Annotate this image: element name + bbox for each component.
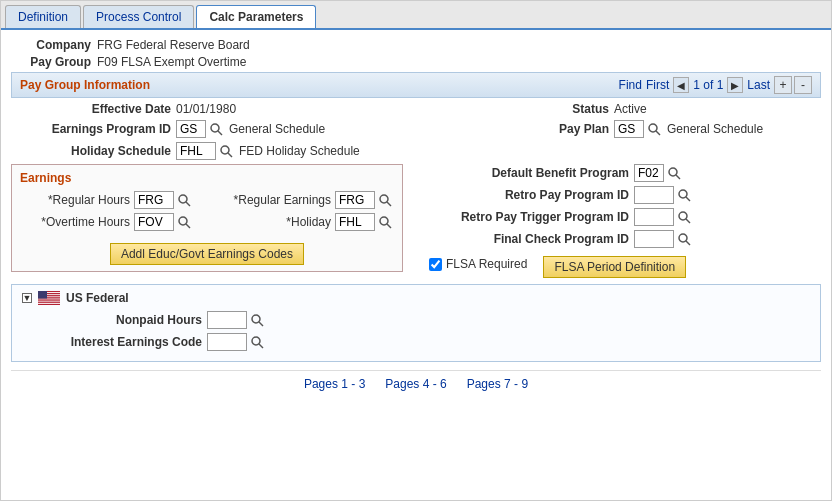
pay-plan-input[interactable] [614,120,644,138]
effective-date-row: Effective Date 01/01/1980 [11,102,403,116]
flsa-required-row: FLSA Required [429,257,527,271]
svg-point-0 [211,124,219,132]
final-check-label: Final Check Program ID [429,232,629,246]
default-benefit-row: Default Benefit Program [429,164,821,182]
retro-trigger-search-icon[interactable] [676,209,692,225]
tab-calc-parameters[interactable]: Calc Parameters [196,5,316,28]
holiday-schedule-desc: FED Holiday Schedule [239,144,360,158]
svg-point-12 [649,124,657,132]
earnings-title: Earnings [20,171,394,185]
svg-point-10 [380,217,388,225]
svg-rect-31 [38,301,60,302]
interest-earnings-label: Interest Earnings Code [22,335,202,349]
earnings-grid: *Regular Hours *Regular Earnin [20,191,394,231]
svg-point-2 [221,146,229,154]
svg-point-14 [669,168,677,176]
earnings-box: Earnings *Regular Hours [11,164,403,272]
regular-hours-search-icon[interactable] [176,192,192,208]
default-benefit-input[interactable] [634,164,664,182]
pay-group-name: FLSA Exempt Overtime [121,55,246,69]
svg-point-8 [179,217,187,225]
retro-trigger-input[interactable] [634,208,674,226]
interest-earnings-search-icon[interactable] [249,334,265,350]
final-check-row: Final Check Program ID [429,230,821,248]
nonpaid-hours-search-icon[interactable] [249,312,265,328]
holiday-label: *Holiday [211,215,331,229]
main-content: Company FRG Federal Reserve Board Pay Gr… [1,30,831,405]
tab-definition[interactable]: Definition [5,5,81,28]
holiday-search-icon[interactable] [377,214,393,230]
earnings-program-input[interactable] [176,120,206,138]
retro-pay-search-icon[interactable] [676,187,692,203]
svg-line-39 [259,344,263,348]
regular-earnings-search-icon[interactable] [377,192,393,208]
regular-hours-input[interactable] [134,191,174,209]
last-link[interactable]: Last [747,78,770,92]
holiday-schedule-label: Holiday Schedule [11,144,171,158]
earnings-program-search-icon[interactable] [208,121,224,137]
next-btn[interactable]: ▶ [727,77,743,93]
us-federal-header: ▼ US Federa [22,291,810,305]
holiday-schedule-search-icon[interactable] [218,143,234,159]
section-title: Pay Group Information [20,78,150,92]
svg-line-5 [186,202,190,206]
nonpaid-hours-input[interactable] [207,311,247,329]
first-link[interactable]: First [646,78,669,92]
pages-1-3-link[interactable]: Pages 1 - 3 [304,377,365,391]
pay-plan-search-icon[interactable] [646,121,662,137]
flsa-required-label: FLSA Required [446,257,527,271]
flsa-required-checkbox[interactable] [429,258,442,271]
page-container: Definition Process Control Calc Paramete… [0,0,832,501]
company-name: Federal Reserve Board [126,38,250,52]
prev-btn[interactable]: ◀ [673,77,689,93]
company-label: Company [11,38,91,52]
overtime-hours-input[interactable] [134,213,174,231]
retro-trigger-label: Retro Pay Trigger Program ID [429,210,629,224]
holiday-schedule-input[interactable] [176,142,216,160]
svg-line-1 [218,131,222,135]
find-link[interactable]: Find [619,78,642,92]
pay-plan-desc: General Schedule [667,122,763,136]
interest-earnings-input[interactable] [207,333,247,351]
retro-pay-input[interactable] [634,186,674,204]
svg-point-38 [252,337,260,345]
pay-group-row: Pay Group F09 FLSA Exempt Overtime [11,55,821,69]
regular-earnings-label: *Regular Earnings [211,193,331,207]
holiday-schedule-row: Holiday Schedule FED Holiday Schedule [11,142,403,160]
collapse-icon[interactable]: ▼ [22,293,32,303]
holiday-field: *Holiday [211,213,394,231]
status-label: Status [429,102,609,116]
flsa-period-button[interactable]: FLSA Period Definition [543,256,686,278]
svg-point-20 [679,234,687,242]
effective-date-label: Effective Date [11,102,171,116]
regular-earnings-field: *Regular Earnings [211,191,394,209]
svg-line-21 [686,241,690,245]
addl-earnings-button[interactable]: Addl Educ/Govt Earnings Codes [110,243,304,265]
tab-process-control[interactable]: Process Control [83,5,194,28]
svg-line-3 [228,153,232,157]
svg-rect-32 [38,302,60,303]
pages-7-9-link[interactable]: Pages 7 - 9 [467,377,528,391]
svg-point-18 [679,212,687,220]
section-header: Pay Group Information Find First ◀ 1 of … [11,72,821,98]
default-benefit-label: Default Benefit Program [429,166,629,180]
final-check-input[interactable] [634,230,674,248]
default-benefit-search-icon[interactable] [666,165,682,181]
status-row: Status Active [429,102,821,116]
svg-line-17 [686,197,690,201]
svg-line-7 [387,202,391,206]
remove-btn[interactable]: - [794,76,812,94]
svg-point-6 [380,195,388,203]
earnings-program-label: Earnings Program ID [11,122,171,136]
final-check-search-icon[interactable] [676,231,692,247]
overtime-hours-field: *Overtime Hours [20,213,203,231]
regular-earnings-input[interactable] [335,191,375,209]
earnings-program-desc: General Schedule [229,122,325,136]
add-btn[interactable]: + [774,76,792,94]
page-info: 1 of 1 [693,78,723,92]
pay-plan-row: Pay Plan General Schedule [429,120,821,138]
overtime-hours-search-icon[interactable] [176,214,192,230]
pages-4-6-link[interactable]: Pages 4 - 6 [385,377,446,391]
svg-line-15 [676,175,680,179]
holiday-input[interactable] [335,213,375,231]
